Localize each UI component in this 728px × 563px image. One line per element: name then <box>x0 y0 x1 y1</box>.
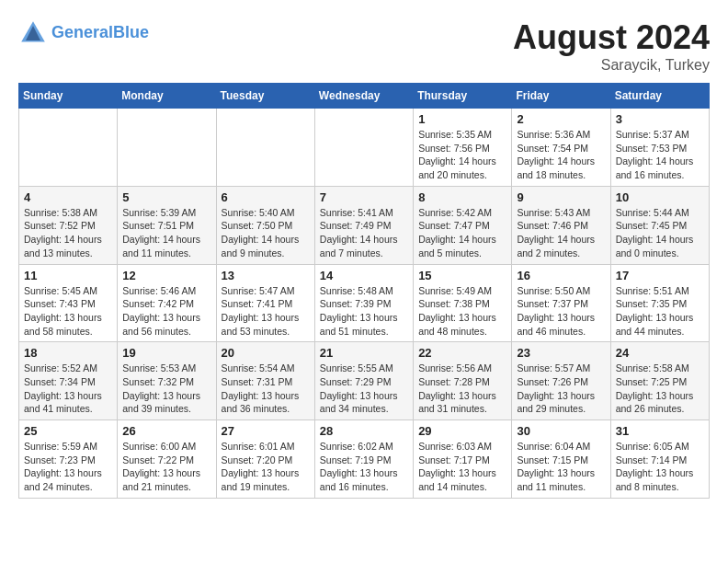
day-info: Sunrise: 5:51 AM Sunset: 7:35 PM Dayligh… <box>616 284 704 339</box>
day-info: Sunrise: 5:59 AM Sunset: 7:23 PM Dayligh… <box>24 440 112 494</box>
day-header-tuesday: Tuesday <box>216 84 314 109</box>
day-info: Sunrise: 6:02 AM Sunset: 7:19 PM Dayligh… <box>320 440 408 494</box>
day-number: 20 <box>222 346 310 360</box>
day-info: Sunrise: 6:00 AM Sunset: 7:22 PM Dayligh… <box>122 440 210 494</box>
day-header-monday: Monday <box>118 84 216 109</box>
day-number: 4 <box>24 190 112 204</box>
logo-line2: Blue <box>113 23 149 41</box>
week-row-2: 4Sunrise: 5:38 AM Sunset: 7:52 PM Daylig… <box>19 186 710 264</box>
calendar-cell: 13Sunrise: 5:47 AM Sunset: 7:41 PM Dayli… <box>216 264 314 342</box>
day-header-wednesday: Wednesday <box>314 84 413 109</box>
day-number: 2 <box>517 112 605 126</box>
calendar-cell: 22Sunrise: 5:56 AM Sunset: 7:28 PM Dayli… <box>414 342 512 420</box>
calendar-cell: 28Sunrise: 6:02 AM Sunset: 7:19 PM Dayli… <box>314 420 413 499</box>
calendar-cell: 12Sunrise: 5:46 AM Sunset: 7:42 PM Dayli… <box>118 264 216 342</box>
calendar-cell: 30Sunrise: 6:04 AM Sunset: 7:15 PM Dayli… <box>512 420 610 499</box>
calendar-cell: 27Sunrise: 6:01 AM Sunset: 7:20 PM Dayli… <box>216 420 314 499</box>
calendar-cell <box>314 109 413 187</box>
day-info: Sunrise: 5:36 AM Sunset: 7:54 PM Dayligh… <box>517 128 605 182</box>
day-number: 8 <box>418 190 506 204</box>
day-header-friday: Friday <box>512 84 610 109</box>
day-number: 26 <box>122 424 210 438</box>
day-info: Sunrise: 5:52 AM Sunset: 7:34 PM Dayligh… <box>24 362 112 416</box>
day-number: 3 <box>616 112 704 126</box>
day-info: Sunrise: 5:44 AM Sunset: 7:45 PM Dayligh… <box>616 206 704 260</box>
calendar-cell: 2Sunrise: 5:36 AM Sunset: 7:54 PM Daylig… <box>512 109 610 187</box>
day-info: Sunrise: 5:49 AM Sunset: 7:38 PM Dayligh… <box>418 284 506 339</box>
title-block: August 2024 Saraycik, Turkey <box>513 18 710 74</box>
day-number: 28 <box>320 424 408 438</box>
day-number: 14 <box>320 269 408 282</box>
day-number: 5 <box>122 190 210 204</box>
day-header-saturday: Saturday <box>610 84 709 109</box>
day-info: Sunrise: 5:48 AM Sunset: 7:39 PM Dayligh… <box>320 284 408 339</box>
calendar-cell <box>19 109 118 187</box>
day-info: Sunrise: 5:57 AM Sunset: 7:26 PM Dayligh… <box>517 362 605 416</box>
logo-line1: General <box>51 23 113 41</box>
day-info: Sunrise: 5:41 AM Sunset: 7:49 PM Dayligh… <box>320 206 408 260</box>
day-info: Sunrise: 5:43 AM Sunset: 7:46 PM Dayligh… <box>517 206 605 260</box>
calendar-cell: 8Sunrise: 5:42 AM Sunset: 7:47 PM Daylig… <box>414 186 512 264</box>
day-number: 12 <box>122 269 210 282</box>
day-info: Sunrise: 5:47 AM Sunset: 7:41 PM Dayligh… <box>222 284 310 339</box>
day-number: 6 <box>222 190 310 204</box>
day-number: 17 <box>616 269 704 282</box>
calendar-cell: 15Sunrise: 5:49 AM Sunset: 7:38 PM Dayli… <box>414 264 512 342</box>
calendar-cell: 19Sunrise: 5:53 AM Sunset: 7:32 PM Dayli… <box>118 342 216 420</box>
calendar-cell: 23Sunrise: 5:57 AM Sunset: 7:26 PM Dayli… <box>512 342 610 420</box>
calendar-cell: 17Sunrise: 5:51 AM Sunset: 7:35 PM Dayli… <box>610 264 709 342</box>
day-info: Sunrise: 5:45 AM Sunset: 7:43 PM Dayligh… <box>24 284 112 339</box>
calendar-table: SundayMondayTuesdayWednesdayThursdayFrid… <box>18 83 710 499</box>
calendar-cell: 18Sunrise: 5:52 AM Sunset: 7:34 PM Dayli… <box>19 342 118 420</box>
calendar-cell: 31Sunrise: 6:05 AM Sunset: 7:14 PM Dayli… <box>610 420 709 499</box>
logo-icon <box>18 18 48 48</box>
calendar-cell <box>118 109 216 187</box>
day-info: Sunrise: 5:50 AM Sunset: 7:37 PM Dayligh… <box>517 284 605 339</box>
day-number: 15 <box>418 269 506 282</box>
day-number: 10 <box>616 190 704 204</box>
week-row-1: 1Sunrise: 5:35 AM Sunset: 7:56 PM Daylig… <box>19 109 710 187</box>
day-number: 24 <box>616 346 704 360</box>
calendar-cell: 24Sunrise: 5:58 AM Sunset: 7:25 PM Dayli… <box>610 342 709 420</box>
calendar-cell: 14Sunrise: 5:48 AM Sunset: 7:39 PM Dayli… <box>314 264 413 342</box>
calendar-cell: 26Sunrise: 6:00 AM Sunset: 7:22 PM Dayli… <box>118 420 216 499</box>
day-info: Sunrise: 5:42 AM Sunset: 7:47 PM Dayligh… <box>418 206 506 260</box>
calendar-cell: 29Sunrise: 6:03 AM Sunset: 7:17 PM Dayli… <box>414 420 512 499</box>
month-year: August 2024 <box>513 18 710 57</box>
week-row-4: 18Sunrise: 5:52 AM Sunset: 7:34 PM Dayli… <box>19 342 710 420</box>
day-number: 13 <box>222 269 310 282</box>
calendar-cell: 10Sunrise: 5:44 AM Sunset: 7:45 PM Dayli… <box>610 186 709 264</box>
day-number: 30 <box>517 424 605 438</box>
day-number: 7 <box>320 190 408 204</box>
calendar-cell: 11Sunrise: 5:45 AM Sunset: 7:43 PM Dayli… <box>19 264 118 342</box>
day-info: Sunrise: 5:35 AM Sunset: 7:56 PM Dayligh… <box>418 128 506 182</box>
calendar-cell: 6Sunrise: 5:40 AM Sunset: 7:50 PM Daylig… <box>216 186 314 264</box>
day-info: Sunrise: 6:05 AM Sunset: 7:14 PM Dayligh… <box>616 440 704 494</box>
day-number: 21 <box>320 346 408 360</box>
day-info: Sunrise: 5:46 AM Sunset: 7:42 PM Dayligh… <box>122 284 210 339</box>
calendar-body: 1Sunrise: 5:35 AM Sunset: 7:56 PM Daylig… <box>19 109 710 499</box>
logo: GeneralBlue <box>18 18 149 48</box>
calendar-cell: 3Sunrise: 5:37 AM Sunset: 7:53 PM Daylig… <box>610 109 709 187</box>
day-number: 22 <box>418 346 506 360</box>
day-number: 29 <box>418 424 506 438</box>
week-row-5: 25Sunrise: 5:59 AM Sunset: 7:23 PM Dayli… <box>19 420 710 499</box>
page-header: GeneralBlue August 2024 Saraycik, Turkey <box>18 18 710 74</box>
day-number: 19 <box>122 346 210 360</box>
day-info: Sunrise: 5:58 AM Sunset: 7:25 PM Dayligh… <box>616 362 704 416</box>
day-info: Sunrise: 6:01 AM Sunset: 7:20 PM Dayligh… <box>222 440 310 494</box>
location: Saraycik, Turkey <box>513 57 710 74</box>
day-number: 1 <box>418 112 506 126</box>
day-number: 9 <box>517 190 605 204</box>
day-number: 23 <box>517 346 605 360</box>
calendar-cell: 25Sunrise: 5:59 AM Sunset: 7:23 PM Dayli… <box>19 420 118 499</box>
calendar-cell: 21Sunrise: 5:55 AM Sunset: 7:29 PM Dayli… <box>314 342 413 420</box>
day-info: Sunrise: 5:56 AM Sunset: 7:28 PM Dayligh… <box>418 362 506 416</box>
day-number: 16 <box>517 269 605 282</box>
calendar-cell: 1Sunrise: 5:35 AM Sunset: 7:56 PM Daylig… <box>414 109 512 187</box>
calendar-cell: 7Sunrise: 5:41 AM Sunset: 7:49 PM Daylig… <box>314 186 413 264</box>
day-info: Sunrise: 5:53 AM Sunset: 7:32 PM Dayligh… <box>122 362 210 416</box>
day-info: Sunrise: 5:38 AM Sunset: 7:52 PM Dayligh… <box>24 206 112 260</box>
day-info: Sunrise: 5:55 AM Sunset: 7:29 PM Dayligh… <box>320 362 408 416</box>
calendar-cell: 9Sunrise: 5:43 AM Sunset: 7:46 PM Daylig… <box>512 186 610 264</box>
